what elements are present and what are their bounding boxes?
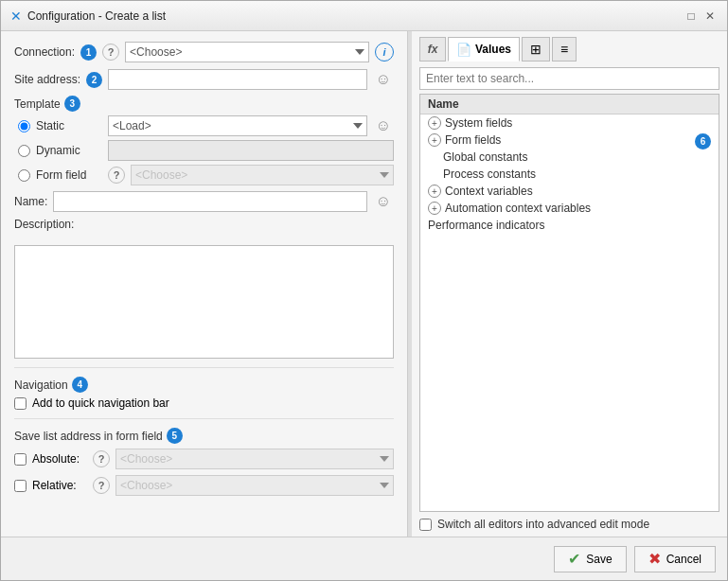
static-row: Static <Load> ☺ [18, 115, 394, 136]
navigation-label: Navigation [14, 379, 68, 392]
name-row: Name: ☺ [14, 190, 394, 213]
navigation-section: Navigation 4 Add to quick navigation bar [14, 377, 394, 410]
name-input[interactable] [53, 191, 367, 212]
dynamic-input [108, 140, 394, 161]
save-addr-header: Save list address in form field 5 [14, 428, 394, 444]
connection-select[interactable]: <Choose> [125, 42, 369, 62]
right-panel: fx 📄 Values ⊞ ≡ Name + [412, 31, 727, 537]
navigation-badge: 4 [72, 377, 88, 393]
dynamic-row: Dynamic [18, 140, 394, 161]
save-label: Save [586, 553, 612, 566]
search-input[interactable] [419, 67, 719, 90]
name-extra-btn[interactable]: ☺ [373, 191, 394, 212]
connection-info-icon[interactable]: i [375, 43, 394, 62]
add-to-nav-label[interactable]: Add to quick navigation bar [32, 396, 169, 410]
tab-doc[interactable]: ≡ [552, 37, 577, 62]
tree-item-process-constants[interactable]: Process constants [420, 166, 719, 183]
tab-values[interactable]: 📄 Values [448, 37, 520, 62]
absolute-label[interactable]: Absolute: [32, 452, 87, 466]
relative-help-icon[interactable]: ? [93, 477, 110, 494]
values-icon: 📄 [456, 43, 471, 57]
expand-system-fields-icon[interactable]: + [428, 116, 441, 130]
context-variables-label: Context variables [445, 185, 533, 198]
save-button[interactable]: ✔ Save [554, 546, 626, 572]
dialog-footer: ✔ Save ✖ Cancel [1, 537, 727, 580]
expand-automation-icon[interactable]: + [428, 202, 441, 215]
expand-form-fields-icon[interactable]: + [428, 133, 441, 147]
absolute-row: Absolute: ? <Choose> [14, 448, 394, 470]
dynamic-radio[interactable] [18, 145, 30, 157]
template-badge: 3 [64, 96, 80, 112]
dialog-title: Configuration - Create a list [27, 9, 166, 23]
form-field-radio[interactable] [18, 169, 30, 182]
tree-item-system-fields[interactable]: + System fields [420, 114, 719, 132]
title-bar: ✕ Configuration - Create a list □ ✕ [1, 1, 727, 31]
close-button[interactable]: ✕ [702, 9, 718, 24]
cancel-label: Cancel [666, 553, 701, 566]
fx-button[interactable]: fx [419, 37, 446, 62]
description-textarea[interactable] [14, 245, 394, 359]
badge6: 6 [695, 133, 711, 150]
template-section: Template 3 Static <Load> ☺ [14, 96, 394, 185]
template-label: Template [14, 97, 61, 111]
doc-icon: ≡ [560, 42, 568, 57]
dynamic-label[interactable]: Dynamic [36, 144, 102, 157]
relative-select: <Choose> [115, 475, 394, 496]
site-address-input[interactable] [108, 69, 367, 90]
site-address-extra-btn[interactable]: ☺ [373, 69, 394, 90]
add-to-nav-row: Add to quick navigation bar [14, 396, 394, 410]
save-list-badge: 5 [167, 428, 183, 444]
global-constants-label: Global constants [443, 150, 527, 164]
performance-label: Performance indicators [428, 219, 544, 232]
site-address-row: Site address: 2 ☺ [14, 68, 394, 91]
tree-item-global-constants[interactable]: Global constants [420, 149, 719, 166]
relative-label[interactable]: Relative: [32, 479, 87, 492]
system-fields-label: System fields [445, 116, 512, 130]
tab-values-label: Values [475, 43, 511, 56]
site-address-badge: 2 [86, 72, 102, 88]
advanced-edit-checkbox[interactable] [419, 519, 432, 531]
dialog-icon: ✕ [10, 9, 22, 24]
form-field-label[interactable]: Form field [36, 168, 102, 182]
form-field-select: <Choose> [131, 165, 394, 185]
nav-header: Navigation 4 [14, 377, 394, 393]
tree-item-automation-context[interactable]: + Automation context variables [420, 200, 719, 217]
relative-checkbox[interactable] [14, 480, 27, 492]
automation-context-label: Automation context variables [445, 202, 591, 215]
static-radio[interactable] [18, 120, 30, 132]
advanced-edit-row: Switch all editors into advanced edit mo… [419, 518, 719, 531]
add-to-nav-checkbox[interactable] [14, 397, 27, 410]
connection-row: Connection: 1 ? <Choose> i [14, 41, 394, 63]
fx-icon: fx [428, 43, 438, 56]
cancel-icon: ✖ [648, 550, 661, 568]
left-panel: Connection: 1 ? <Choose> i Site address:… [1, 31, 408, 537]
tree-item-context-variables[interactable]: + Context variables [420, 183, 719, 200]
dialog-window: ✕ Configuration - Create a list □ ✕ Conn… [0, 0, 728, 581]
connection-badge: 1 [80, 44, 97, 61]
static-label[interactable]: Static [36, 119, 102, 132]
description-label: Description: [14, 218, 74, 231]
tab-grid[interactable]: ⊞ [522, 37, 550, 62]
cancel-button[interactable]: ✖ Cancel [634, 546, 716, 572]
tree-item-form-fields[interactable]: + Form fields 6 [420, 132, 719, 149]
tab-bar: fx 📄 Values ⊞ ≡ [419, 37, 719, 62]
save-addr-section: Save list address in form field 5 Absolu… [14, 428, 394, 497]
advanced-edit-label[interactable]: Switch all editors into advanced edit mo… [437, 518, 649, 531]
absolute-help-icon[interactable]: ? [93, 450, 110, 467]
title-bar-left: ✕ Configuration - Create a list [10, 9, 166, 24]
template-options: Static <Load> ☺ Dynamic [14, 115, 394, 185]
relative-row: Relative: ? <Choose> [14, 474, 394, 497]
site-address-label: Site address: [14, 73, 80, 86]
absolute-checkbox[interactable] [14, 453, 27, 466]
dialog-body: Connection: 1 ? <Choose> i Site address:… [1, 31, 727, 537]
expand-context-icon[interactable]: + [428, 185, 441, 198]
tree-item-performance[interactable]: Performance indicators [420, 217, 719, 234]
grid-icon: ⊞ [530, 42, 542, 57]
tree-panel: Name + System fields + Form fields 6 Glo… [419, 94, 719, 512]
minimize-button[interactable]: □ [684, 9, 699, 24]
static-extra-btn[interactable]: ☺ [373, 115, 394, 136]
form-field-row: Form field ? <Choose> [18, 165, 394, 185]
static-load-select[interactable]: <Load> [108, 115, 367, 136]
connection-help-icon[interactable]: ? [102, 44, 119, 61]
form-field-help-icon[interactable]: ? [108, 167, 125, 184]
